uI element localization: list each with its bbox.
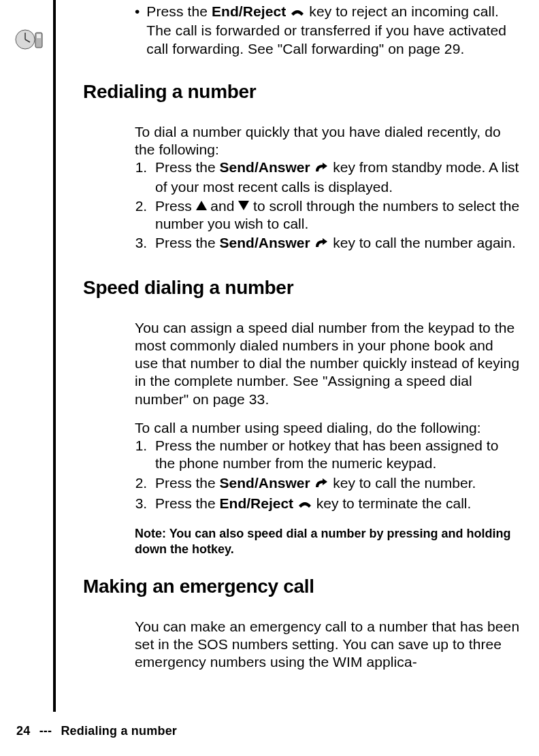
down-arrow-icon xyxy=(238,201,249,210)
heading-redialing: Redialing a number xyxy=(83,81,520,103)
redial-lead: To dial a number quickly that you have d… xyxy=(135,123,520,159)
speed-step-3: Press the End/Reject key to terminate th… xyxy=(151,495,520,514)
end-call-icon xyxy=(297,496,312,514)
footer-title: Redialing a number xyxy=(61,724,177,738)
end-reject-label: End/Reject xyxy=(220,495,294,511)
send-call-icon xyxy=(314,160,329,178)
end-call-icon xyxy=(290,4,305,22)
heading-emergency: Making an emergency call xyxy=(83,576,520,597)
bullet-marker: • xyxy=(135,3,140,58)
send-call-icon xyxy=(314,476,329,493)
text: and xyxy=(207,198,239,214)
speed-lead: To call a number using speed dialing, do… xyxy=(135,419,520,437)
page-number: 24 xyxy=(16,724,30,738)
manual-page: • Press the End/Reject key to reject an … xyxy=(0,0,539,756)
send-answer-label: Send/Answer xyxy=(220,235,310,250)
speed-step-1: Press the number or hotkey that has been… xyxy=(151,437,520,473)
page-footer: 24 --- Redialing a number xyxy=(16,724,177,738)
text: Press the xyxy=(155,495,220,511)
send-call-icon xyxy=(314,235,329,253)
text: key to terminate the call. xyxy=(312,495,471,511)
redial-step-2: Press and to scroll through the numbers … xyxy=(151,197,520,233)
text: Press the xyxy=(155,159,220,175)
send-answer-label: Send/Answer xyxy=(220,159,310,175)
redial-step-1: Press the Send/Answer key from standby m… xyxy=(151,159,520,196)
up-arrow-icon xyxy=(196,201,207,210)
text: Press the xyxy=(155,475,220,491)
page-content: • Press the End/Reject key to reject an … xyxy=(83,0,520,672)
emergency-para: You can make an emergency call to a numb… xyxy=(135,618,520,672)
intro-bullet-text: Press the End/Reject key to reject an in… xyxy=(146,3,520,58)
speed-para1: You can assign a speed dial number from … xyxy=(135,319,520,408)
speed-step-2: Press the Send/Answer key to call the nu… xyxy=(151,474,520,493)
margin-rule xyxy=(53,0,56,712)
svg-rect-4 xyxy=(37,34,41,38)
text: key to call the number again. xyxy=(329,235,515,250)
speed-note: Note: You can also speed dial a number b… xyxy=(135,526,520,558)
text: Press xyxy=(155,198,196,214)
heading-speed-dialing: Speed dialing a number xyxy=(83,277,520,299)
text: Press the xyxy=(146,3,212,19)
send-answer-label: Send/Answer xyxy=(220,475,310,491)
text: Press the xyxy=(155,235,220,250)
redial-step-3: Press the Send/Answer key to call the nu… xyxy=(151,234,520,253)
redial-steps: Press the Send/Answer key from standby m… xyxy=(135,159,520,253)
manual-section-icon xyxy=(15,27,46,52)
text: key to call the number. xyxy=(329,475,476,491)
end-reject-label: End/Reject xyxy=(212,3,287,19)
intro-bullet: • Press the End/Reject key to reject an … xyxy=(135,3,520,58)
footer-dashes: --- xyxy=(39,724,52,738)
speed-steps: Press the number or hotkey that has been… xyxy=(135,437,520,514)
